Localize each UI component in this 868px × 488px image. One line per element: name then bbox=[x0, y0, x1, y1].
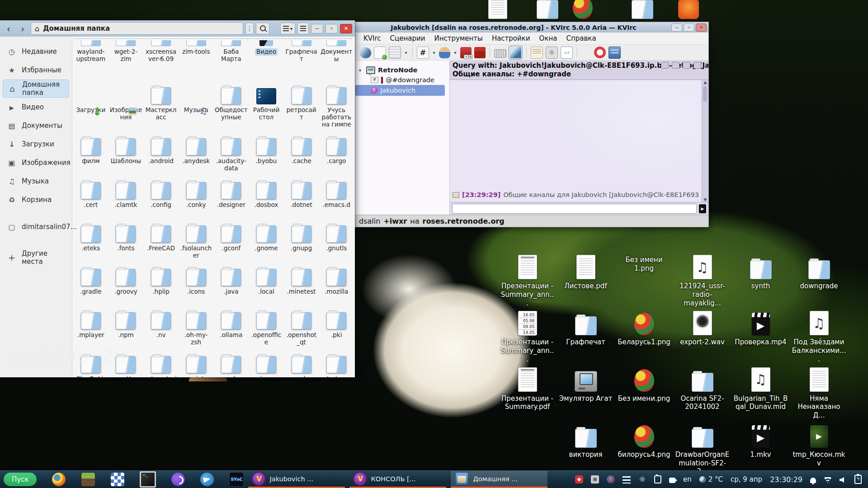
minimize-button[interactable]: – bbox=[671, 23, 682, 32]
file-item[interactable]: .scripts bbox=[179, 350, 214, 377]
sidebar-item[interactable]: Избранные bbox=[3, 61, 69, 79]
dock-icon[interactable] bbox=[693, 62, 701, 69]
splitter-icon[interactable] bbox=[672, 62, 679, 69]
toolbar-icon[interactable] bbox=[494, 49, 506, 58]
file-item[interactable]: филм bbox=[73, 132, 108, 176]
file-item[interactable]: .groovy bbox=[108, 263, 144, 306]
toolbar-icon[interactable] bbox=[439, 47, 450, 58]
menu-tray-icon[interactable] bbox=[623, 476, 631, 483]
toolbar-icon[interactable] bbox=[594, 47, 606, 58]
desktop-icon[interactable]: 16.0505.0609.0514.05 tmp_Кюсон.mkv bbox=[790, 420, 848, 476]
desktop-icon[interactable]: 16.0505.0609.0514.05 Презентации - Summa… bbox=[498, 364, 557, 420]
menu-windows[interactable]: Окна bbox=[535, 34, 562, 42]
file-item[interactable]: Графпечат bbox=[284, 38, 319, 81]
scroll-up-icon[interactable]: ▲ bbox=[704, 80, 707, 84]
desktop-icon[interactable]: 16.0505.0609.0514.05 Эмулятор Агат bbox=[557, 364, 615, 420]
sidebar-item[interactable]: Загрузки bbox=[3, 135, 69, 153]
file-item[interactable]: Рабочий стол bbox=[249, 81, 284, 132]
toolbar-icon[interactable] bbox=[531, 47, 543, 59]
sidebar-item[interactable]: Домашняя папка bbox=[3, 80, 69, 98]
file-item[interactable]: .qt_material bbox=[143, 350, 179, 377]
desktop-icon-cut[interactable] bbox=[486, 0, 509, 19]
desktop-icon[interactable]: 16.0505.0609.0514.05 Под Звёздами Балкан… bbox=[790, 307, 848, 363]
toolbar-icon[interactable] bbox=[374, 47, 386, 59]
file-item[interactable]: .searchmonkey bbox=[214, 350, 249, 377]
launcher-icon[interactable]: SYnC bbox=[171, 473, 185, 486]
launcher-icon[interactable]: SYnC bbox=[81, 472, 95, 487]
file-item[interactable]: Документы bbox=[319, 38, 354, 81]
desktop-icon[interactable]: 16.0505.0609.0514.05 виктория bbox=[557, 420, 615, 476]
partially-hidden-desktop-icon[interactable] bbox=[189, 377, 227, 381]
screen-recorder-tray-icon[interactable] bbox=[669, 478, 675, 483]
input-history-button[interactable]: ▶ bbox=[699, 204, 706, 213]
view-mode-button[interactable]: ▾ bbox=[280, 23, 295, 34]
file-item[interactable]: .designer bbox=[214, 176, 249, 219]
toolbar-icon[interactable] bbox=[609, 47, 621, 59]
file-item[interactable]: .sigma-file-manager bbox=[249, 350, 284, 377]
minimize-button[interactable]: – bbox=[311, 24, 323, 33]
kvirc-titlebar[interactable]: Jakubovich [dsalin на roses.retronode.or… bbox=[355, 22, 708, 33]
toolbar-icon[interactable] bbox=[509, 46, 522, 59]
menu-settings[interactable]: Настройки bbox=[487, 34, 535, 42]
window-tray-icon[interactable]: ▣ bbox=[591, 475, 599, 483]
file-item[interactable]: .local bbox=[249, 263, 284, 306]
desktop-icon[interactable]: 16.0505.0609.0514.05 121924_ussr-radio-m… bbox=[673, 251, 731, 307]
menu-kvirc[interactable]: KVIrc bbox=[359, 34, 386, 42]
desktop-icon[interactable]: 16.0505.0609.0514.05 Графпечат bbox=[557, 307, 615, 363]
sidebar-item[interactable]: dimitarsalin07... bbox=[3, 218, 69, 236]
file-item[interactable]: .audacity-data bbox=[214, 132, 249, 176]
scroll-down-icon[interactable]: ▼ bbox=[704, 197, 707, 202]
clipboard-tray-icon[interactable] bbox=[654, 475, 661, 483]
desktop-icon[interactable]: 16.0505.0609.0514.05 DrawbarOrganEmulati… bbox=[673, 420, 731, 476]
desktop-icon-cut[interactable] bbox=[571, 0, 594, 19]
file-item[interactable]: .conky bbox=[179, 176, 214, 219]
volume-icon[interactable] bbox=[840, 477, 847, 483]
desktop-icon-cut[interactable] bbox=[631, 0, 654, 19]
file-item[interactable]: zim-tools bbox=[179, 38, 214, 81]
toolbar-icon[interactable] bbox=[404, 47, 408, 58]
file-item[interactable]: .ssh bbox=[284, 350, 319, 377]
file-item[interactable]: .npm bbox=[108, 306, 144, 350]
crypt-icon[interactable] bbox=[661, 62, 669, 69]
toolbar-icon[interactable] bbox=[359, 46, 372, 59]
file-item[interactable]: .hplip bbox=[143, 263, 179, 306]
desktop-icon[interactable]: 16.0505.0609.0514.05 Без имени.png bbox=[615, 364, 673, 420]
toolbar-icon[interactable] bbox=[460, 47, 472, 58]
file-manager-toolbar[interactable]: ‹ › ⌂ Домашняя папка ⋮ ▾ – ▫ × bbox=[0, 20, 355, 37]
file-item[interactable]: .gradle bbox=[73, 263, 108, 306]
file-item[interactable]: .cert bbox=[73, 176, 108, 219]
menu-tools[interactable]: Инструменты bbox=[430, 34, 487, 42]
file-item[interactable]: Учусь работать на гимпе bbox=[319, 81, 354, 132]
desktop-icon[interactable]: 16.0505.0609.0514.05 Презентации - Summa… bbox=[498, 251, 557, 307]
file-item[interactable]: .gnome bbox=[249, 219, 284, 263]
file-item[interactable]: .PlayOnLinux bbox=[73, 350, 108, 377]
file-item[interactable]: Общедоступные bbox=[214, 81, 249, 132]
toolbar-icon[interactable] bbox=[561, 47, 573, 59]
sidebar-item[interactable]: Видео bbox=[3, 98, 69, 116]
file-item[interactable]: Видео bbox=[249, 38, 284, 81]
toolbar-icon[interactable] bbox=[490, 47, 490, 57]
file-item[interactable]: .byobu bbox=[249, 132, 284, 176]
file-item[interactable]: .putty bbox=[108, 350, 144, 377]
desktop-icon[interactable]: 16.0505.0609.0514.05 synth bbox=[731, 251, 790, 307]
maximize-button[interactable]: ▫ bbox=[684, 23, 694, 32]
file-item[interactable]: .minetest bbox=[284, 263, 319, 306]
close-button[interactable]: × bbox=[696, 23, 707, 32]
desktop-icon[interactable]: 16.0505.0609.0514.05 1.mkv bbox=[731, 420, 790, 476]
file-item[interactable]: wayland-upstream bbox=[73, 38, 108, 81]
wifi-icon[interactable] bbox=[824, 477, 832, 483]
file-item[interactable]: xscreensaver-6.09 bbox=[143, 38, 179, 81]
file-item[interactable]: .emacs.d bbox=[319, 176, 354, 219]
desktop-icon[interactable]: 16.0505.0609.0514.05 Проверка.mp4 bbox=[731, 307, 790, 363]
file-item[interactable]: Мастеркласс bbox=[143, 81, 179, 132]
sidebar-item[interactable]: Корзина bbox=[3, 191, 69, 209]
file-item[interactable]: Изображения bbox=[108, 81, 144, 132]
clock[interactable]: 23:30:29 bbox=[770, 475, 802, 484]
file-item[interactable]: .java bbox=[214, 263, 249, 306]
desktop-icon[interactable]: 16.0505.0609.0514.05 билорусь4.png bbox=[615, 420, 673, 476]
notifications-bell-icon[interactable] bbox=[810, 478, 816, 483]
toolbar-icon[interactable] bbox=[581, 47, 591, 58]
sidebar-item[interactable]: Другие места bbox=[3, 249, 69, 267]
keyboard-layout[interactable]: en bbox=[683, 475, 692, 483]
file-item[interactable]: Загрузки bbox=[73, 81, 108, 132]
